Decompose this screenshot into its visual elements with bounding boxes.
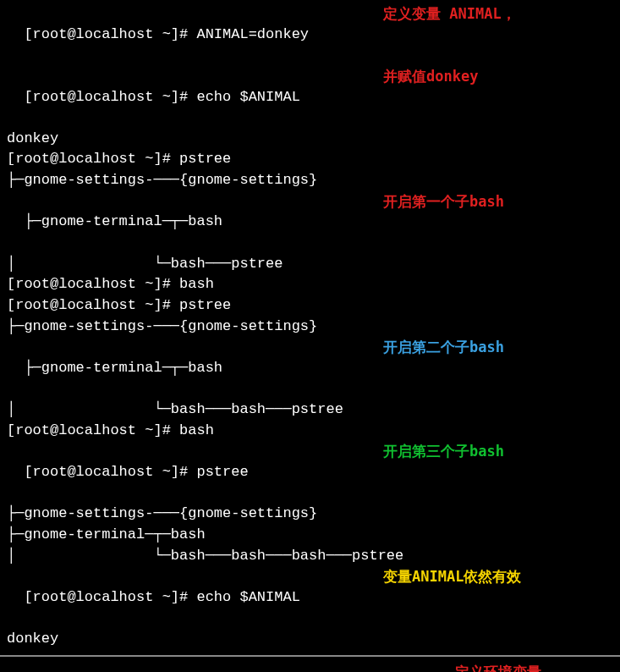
cmd: bash (179, 422, 214, 438)
output: ├─gnome-settings-───{gnome-settings} (7, 172, 317, 188)
cmd: pstree (179, 151, 231, 167)
term-line: [root@localhost ~]# ANIMAL=donkey 定义变量 A… (7, 3, 613, 66)
annotation: 定义环境变量 (455, 662, 541, 672)
term-line: ├─gnome-settings-───{gnome-settings} (7, 317, 613, 338)
term-line: │ └─bash───bash───bash───pstree (7, 546, 613, 567)
term-line: ├─gnome-settings-───{gnome-settings} (7, 170, 613, 191)
output: │ └─bash───bash───bash───pstree (7, 548, 403, 564)
term-line: ├─gnome-terminal─┬─bash 开启第一个子bash (7, 191, 613, 254)
term-line: [root@localhost ~]# bash (7, 274, 613, 295)
prompt: [root@localhost ~]# (24, 589, 196, 605)
section-divider (0, 655, 620, 657)
term-line: [root@localhost ~]# pstree 开启第三个子bash (7, 441, 613, 504)
output: ├─gnome-settings-───{gnome-settings} (7, 505, 317, 521)
prompt: [root@localhost ~]# (24, 89, 196, 105)
annotation: 变量ANIMAL依然有效 (383, 566, 521, 587)
term-line: ├─gnome-terminal─┬─bash 开启第二个子bash (7, 337, 613, 399)
term-line: [root@localhost ~]# pstree (7, 149, 613, 170)
prompt: [root@localhost ~]# (7, 151, 179, 167)
cmd: bash (179, 276, 214, 292)
cmd: echo $ANIMAL (196, 589, 299, 605)
term-line: [root@localhost ~]# echo $ANIMAL 并赋值donk… (7, 66, 613, 129)
output: ├─gnome-terminal─┬─bash (24, 360, 222, 376)
term-line: donkey (7, 629, 613, 650)
term-line: [root@localhost ~]# export ANIMAL=donkey… (7, 662, 613, 672)
annotation: 定义变量 ANIMAL， (383, 3, 516, 25)
term-line: │ └─bash───pstree (7, 254, 613, 275)
term-line: [root@localhost ~]# echo $ANIMAL 变量ANIMA… (7, 566, 613, 629)
annotation: 开启第三个子bash (383, 441, 504, 462)
term-line: ├─gnome-settings-───{gnome-settings} (7, 504, 613, 525)
annotation: 并赋值donkey (383, 66, 478, 87)
output: │ └─bash───pstree (7, 256, 283, 272)
annotation: 开启第二个子bash (383, 337, 504, 358)
output: │ └─bash───bash───pstree (7, 401, 343, 417)
cmd: pstree (179, 297, 231, 313)
cmd: echo $ANIMAL (196, 89, 299, 105)
output: ├─gnome-terminal─┬─bash (7, 526, 206, 543)
term-line: [root@localhost ~]# pstree (7, 295, 613, 317)
output: donkey (7, 130, 58, 146)
output: donkey (7, 631, 58, 647)
output: ├─gnome-terminal─┬─bash (24, 213, 222, 229)
term-line: donkey (7, 129, 613, 150)
prompt: [root@localhost ~]# (24, 26, 196, 42)
term-line: [root@localhost ~]# bash (7, 421, 613, 442)
prompt: [root@localhost ~]# (24, 464, 196, 480)
prompt: [root@localhost ~]# (7, 276, 179, 292)
cmd: pstree (196, 464, 248, 480)
prompt: [root@localhost ~]# (7, 297, 179, 313)
term-line: ├─gnome-terminal─┬─bash (7, 525, 613, 546)
prompt: [root@localhost ~]# (7, 422, 179, 438)
annotation: 开启第一个子bash (383, 191, 504, 212)
term-line: │ └─bash───bash───pstree (7, 399, 613, 421)
cmd: ANIMAL=donkey (196, 26, 309, 42)
output: ├─gnome-settings-───{gnome-settings} (7, 318, 317, 334)
